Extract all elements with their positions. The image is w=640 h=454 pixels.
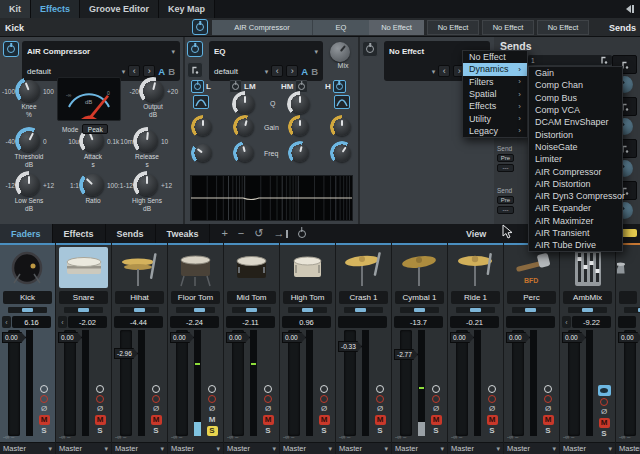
submenu-item-comp-vca[interactable]: Comp VCA xyxy=(529,104,622,116)
power-icon[interactable] xyxy=(298,230,306,238)
mute-button[interactable]: M xyxy=(431,415,442,425)
channel-strip-snare[interactable]: Snare‹-2.020.00ØMS-∞ –Master▾ xyxy=(56,243,111,454)
gain-knob-band4[interactable] xyxy=(333,118,351,136)
effect-slot-1[interactable]: AIR Compressor xyxy=(212,20,312,35)
mute-button[interactable]: M xyxy=(95,415,106,425)
channel-name[interactable] xyxy=(619,291,637,304)
menu-item-no-effect[interactable]: No Effect xyxy=(463,51,527,63)
output-route-select[interactable]: Master▾ xyxy=(392,442,447,454)
send-destination-select[interactable]: --- xyxy=(497,164,514,173)
channel-value[interactable] xyxy=(618,316,636,328)
release-knob[interactable] xyxy=(136,130,158,152)
submenu-item-air-compressor[interactable]: AIR Compressor xyxy=(529,165,622,177)
pad-image[interactable] xyxy=(57,246,110,289)
monitor-icon[interactable] xyxy=(320,385,328,393)
mixer-tab-effects[interactable]: Effects xyxy=(53,224,106,243)
record-icon[interactable] xyxy=(488,395,496,403)
pan-handle[interactable] xyxy=(302,308,313,312)
collapse-chevron-icon[interactable]: ‹ xyxy=(562,316,571,328)
pan-handle[interactable] xyxy=(525,308,536,312)
monitor-icon[interactable] xyxy=(598,385,611,396)
pan-slider[interactable] xyxy=(288,307,327,313)
add-icon[interactable]: + xyxy=(221,228,227,239)
channel-value[interactable]: -9.22 xyxy=(572,316,611,328)
fader-track[interactable]: 0.00 xyxy=(456,330,468,436)
submenu-item-air-tube-drive[interactable]: AIR Tube Drive xyxy=(529,239,622,251)
solo-button[interactable]: S xyxy=(543,426,554,436)
output-route-select[interactable]: Master▾ xyxy=(448,442,503,454)
tab-key-map[interactable]: Key Map xyxy=(159,0,215,18)
solo-button[interactable]: S xyxy=(263,426,274,436)
solo-button[interactable]: S xyxy=(599,429,610,439)
tab-groove-editor[interactable]: Groove Editor xyxy=(80,0,159,18)
monitor-icon[interactable] xyxy=(488,385,496,393)
menu-item-dynamics[interactable]: Dynamics› xyxy=(463,63,527,75)
pre-button[interactable]: Pre xyxy=(497,196,514,205)
chevron-down-icon[interactable]: ▾ xyxy=(171,48,175,55)
output-route-select[interactable]: Master▾ xyxy=(56,442,111,454)
jump-to-end-icon[interactable]: → xyxy=(274,228,288,239)
pre-button[interactable]: Pre xyxy=(497,154,514,163)
menu-item-utility[interactable]: Utility› xyxy=(463,112,527,124)
pad-image[interactable] xyxy=(113,246,166,289)
tab-effects[interactable]: Effects xyxy=(31,0,80,18)
output-route-select[interactable]: Master▾ xyxy=(0,442,55,454)
monitor-icon[interactable] xyxy=(96,385,104,393)
prev-preset-button[interactable]: ‹ xyxy=(128,65,140,77)
channel-name[interactable]: Hihat xyxy=(115,291,164,304)
solo-button[interactable]: S xyxy=(151,426,162,436)
view-menu[interactable]: View xyxy=(466,224,486,243)
submenu-item-limiter[interactable]: Limiter xyxy=(529,153,622,165)
mute-button[interactable]: M xyxy=(151,415,162,425)
channel-name[interactable]: Perc xyxy=(507,291,556,304)
channel-value[interactable]: -2.24 xyxy=(170,316,219,328)
remove-icon[interactable]: − xyxy=(238,228,244,239)
solo-button[interactable]: S xyxy=(207,426,218,436)
eq-power-button[interactable] xyxy=(187,41,203,57)
fader-value-tag[interactable]: -2.77 xyxy=(394,349,418,360)
record-icon[interactable] xyxy=(40,395,48,403)
submenu-item-air-distortion[interactable]: AIR Distortion xyxy=(529,178,622,190)
channel-strip-high-tom[interactable]: High Tom0.960.00ØMS-∞ –Master▾ xyxy=(280,243,335,454)
channel-value[interactable]: -2.11 xyxy=(226,316,275,328)
output-route-select[interactable]: Master▾ xyxy=(112,442,167,454)
mute-button[interactable]: M xyxy=(263,415,274,425)
phase-icon[interactable]: Ø xyxy=(489,404,495,413)
pad-image[interactable] xyxy=(225,246,278,289)
output-route-select[interactable]: Master▾ xyxy=(504,442,559,454)
fader-track[interactable]: 0.00 xyxy=(232,330,244,436)
pan-slider[interactable] xyxy=(176,307,215,313)
chevron-down-icon[interactable]: ▾ xyxy=(432,68,436,75)
submenu-item-air-dyn3-compressor[interactable]: AIR Dyn3 Compressor xyxy=(529,190,622,202)
solo-button[interactable]: S xyxy=(375,426,386,436)
menu-item-filters[interactable]: Filters› xyxy=(463,76,527,88)
output-route-select[interactable]: Master▾ xyxy=(224,442,279,454)
pan-slider[interactable] xyxy=(120,307,159,313)
record-icon[interactable] xyxy=(544,395,552,403)
low-shelf-shape-button[interactable] xyxy=(193,95,209,109)
output-route-select[interactable]: Master▾ xyxy=(280,442,335,454)
fader-value-tag[interactable]: 0.00 xyxy=(618,332,640,343)
pad-image[interactable] xyxy=(281,246,334,289)
effect-slot-4[interactable]: No Effect xyxy=(427,20,479,35)
pan-handle[interactable] xyxy=(355,308,366,312)
freq-knob-band3[interactable] xyxy=(291,144,309,162)
monitor-icon[interactable] xyxy=(40,385,48,393)
mode-select-button[interactable]: Peak xyxy=(82,124,108,134)
fader-value-tag[interactable]: 0.00 xyxy=(226,332,250,343)
fader-track[interactable]: 0.00 xyxy=(288,330,300,436)
high-sens-knob[interactable] xyxy=(136,174,158,196)
record-icon[interactable] xyxy=(376,395,384,403)
mute-button[interactable]: M xyxy=(319,415,330,425)
pan-handle[interactable] xyxy=(78,308,89,312)
ab-compare-b[interactable]: B xyxy=(311,66,318,77)
pan-handle[interactable] xyxy=(582,308,593,312)
fader-value-tag[interactable]: 0.00 xyxy=(282,332,306,343)
output-route-select[interactable]: Master▾ xyxy=(168,442,223,454)
chevron-down-icon[interactable]: ▾ xyxy=(122,68,126,75)
pad-image[interactable] xyxy=(337,246,390,289)
fader-value-tag[interactable]: 0.00 xyxy=(562,332,586,343)
monitor-icon[interactable] xyxy=(264,385,272,393)
pan-slider[interactable] xyxy=(64,307,103,313)
mute-button[interactable]: M xyxy=(39,415,50,425)
